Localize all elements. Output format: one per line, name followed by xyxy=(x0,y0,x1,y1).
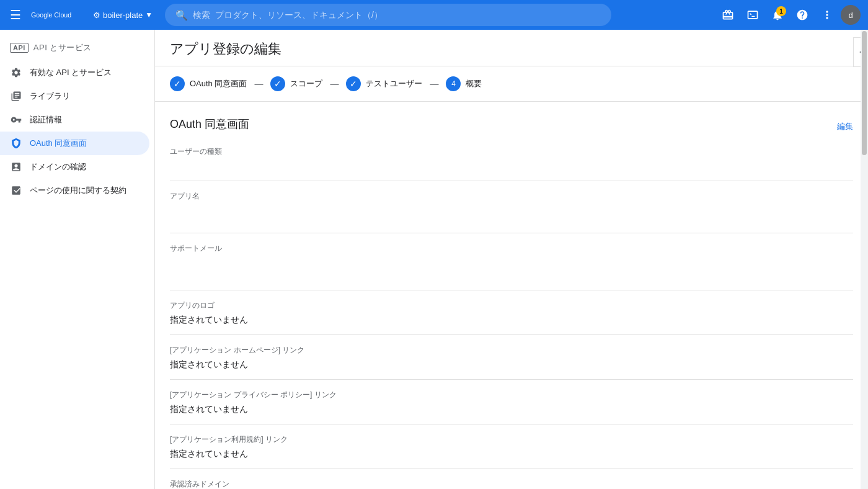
step-4-number: 4 xyxy=(446,76,461,91)
field-homepage-link: [アプリケーション ホームページ] リンク 指定されていません xyxy=(170,345,853,372)
divider-1 xyxy=(170,181,853,181)
step-divider-1: — xyxy=(254,79,263,89)
search-icon: 🔍 xyxy=(175,9,188,21)
svg-text:Google Cloud: Google Cloud xyxy=(31,11,71,19)
sidebar-item-library[interactable]: ライブラリ xyxy=(0,84,149,108)
field-label-user-type: ユーザーの種類 xyxy=(170,146,853,157)
section-title: OAuth 同意画面 xyxy=(170,117,249,132)
sidebar-item-domain-verify[interactable]: ドメインの確認 xyxy=(0,155,149,179)
divider-3 xyxy=(170,290,853,290)
credentials-icon xyxy=(10,114,22,125)
google-cloud-logo: Google Cloud xyxy=(31,7,81,22)
sidebar-item-label-library: ライブラリ xyxy=(30,91,70,102)
page-title: アプリ登録の編集 xyxy=(170,40,853,58)
field-app-logo: アプリのロゴ 指定されていません xyxy=(170,300,853,327)
divider-5 xyxy=(170,379,853,380)
field-value-support-email xyxy=(170,258,853,270)
main-layout: API API とサービス 有効な API とサービス ライブラリ 認証情報 xyxy=(0,30,868,489)
sidebar-item-effective-api[interactable]: 有効な API とサービス xyxy=(0,61,149,84)
step-2: ✓ スコープ xyxy=(270,76,322,91)
menu-icon[interactable]: ☰ xyxy=(7,5,24,25)
page-usage-icon xyxy=(10,185,22,196)
help-icon-button[interactable] xyxy=(791,4,813,26)
field-privacy-link: [アプリケーション プライバシー ポリシー] リンク 指定されていません xyxy=(170,390,853,416)
step-1-check: ✓ xyxy=(170,76,185,91)
step-divider-3: — xyxy=(430,79,438,89)
field-label-support-email: サポートメール xyxy=(170,243,853,254)
project-name: boiler-plate xyxy=(103,11,143,20)
chevron-down-icon: ▼ xyxy=(145,11,153,19)
sidebar-item-oauth-consent[interactable]: OAuth 同意画面 xyxy=(0,132,149,155)
nav-right-icons: 1 d xyxy=(717,4,861,26)
field-value-privacy-link: 指定されていません xyxy=(170,404,853,416)
step-4-label: 概要 xyxy=(466,78,482,89)
step-3-check: ✓ xyxy=(346,76,361,91)
divider-4 xyxy=(170,334,853,335)
library-icon xyxy=(10,91,22,102)
field-value-terms-link: 指定されていません xyxy=(170,449,853,461)
step-divider-2: — xyxy=(330,79,339,89)
sidebar-item-label-domain-verify: ドメインの確認 xyxy=(30,161,86,173)
field-label-terms-link: [アプリケーション利用規約] リンク xyxy=(170,434,853,445)
effective-api-icon xyxy=(10,67,22,78)
top-navigation: ☰ Google Cloud ⚙ boiler-plate ▼ 🔍 1 d xyxy=(0,0,868,30)
gift-icon-button[interactable] xyxy=(717,4,739,26)
content-area: OAuth 同意画面 編集 ユーザーの種類 アプリ名 サポートメール xyxy=(155,102,868,489)
scrollbar-thumb[interactable] xyxy=(862,31,867,155)
sidebar-section-title: API とサービス xyxy=(33,42,92,53)
step-3-label: テストユーザー xyxy=(366,78,422,89)
step-1-label: OAuth 同意画面 xyxy=(190,78,247,89)
sidebar-header: API API とサービス xyxy=(0,35,154,61)
project-selector[interactable]: ⚙ boiler-plate ▼ xyxy=(88,8,157,22)
sidebar-item-credentials[interactable]: 認証情報 xyxy=(0,108,149,132)
field-label-app-name: アプリ名 xyxy=(170,191,853,202)
user-avatar[interactable]: d xyxy=(841,5,861,25)
divider-6 xyxy=(170,424,853,424)
api-badge: API xyxy=(10,43,29,53)
field-value-app-logo: 指定されていません xyxy=(170,315,853,327)
field-authorized-domains: 承認済みドメイン 指定されていません xyxy=(170,479,853,489)
field-value-homepage-link: 指定されていません xyxy=(170,359,853,372)
step-2-check: ✓ xyxy=(270,76,285,91)
cloud-shell-icon-button[interactable] xyxy=(742,4,764,26)
google-logo-svg: Google Cloud xyxy=(31,7,81,22)
section-header-row: OAuth 同意画面 編集 xyxy=(170,117,853,137)
domain-verify-icon xyxy=(10,161,22,173)
search-bar[interactable]: 🔍 xyxy=(165,4,611,26)
step-3: ✓ テストユーザー xyxy=(346,76,422,91)
field-label-app-logo: アプリのロゴ xyxy=(170,300,853,311)
edit-link[interactable]: 編集 xyxy=(837,121,853,132)
sidebar-item-label-effective-api: 有効な API とサービス xyxy=(30,67,112,78)
stepper: ✓ OAuth 同意画面 — ✓ スコープ — ✓ テストユーザー — 4 概要 xyxy=(155,66,868,102)
field-app-name: アプリ名 xyxy=(170,191,853,225)
oauth-consent-icon xyxy=(10,138,22,149)
field-value-app-name xyxy=(170,205,853,218)
sidebar: API API とサービス 有効な API とサービス ライブラリ 認証情報 xyxy=(0,30,155,489)
divider-2 xyxy=(170,233,853,233)
field-support-email: サポートメール xyxy=(170,243,853,282)
sidebar-item-label-page-usage: ページの使用に関する契約 xyxy=(30,185,126,196)
field-label-homepage-link: [アプリケーション ホームページ] リンク xyxy=(170,345,853,356)
page-header: アプリ登録の編集 xyxy=(155,30,868,66)
search-input[interactable] xyxy=(193,10,601,20)
field-value-user-type xyxy=(170,161,853,173)
field-user-type: ユーザーの種類 xyxy=(170,146,853,173)
more-options-icon-button[interactable] xyxy=(816,4,838,26)
notification-badge: 1 xyxy=(776,6,786,16)
field-terms-link: [アプリケーション利用規約] リンク 指定されていません xyxy=(170,434,853,461)
sidebar-item-page-usage[interactable]: ページの使用に関する契約 xyxy=(0,179,149,202)
notification-icon-button[interactable]: 1 xyxy=(766,4,789,26)
step-4: 4 概要 xyxy=(446,76,482,91)
step-1: ✓ OAuth 同意画面 xyxy=(170,76,247,91)
scrollbar-track xyxy=(861,30,868,489)
field-label-privacy-link: [アプリケーション プライバシー ポリシー] リンク xyxy=(170,390,853,400)
step-2-label: スコープ xyxy=(290,78,322,89)
sidebar-item-label-credentials: 認証情報 xyxy=(30,114,62,125)
divider-7 xyxy=(170,469,853,469)
project-icon: ⚙ xyxy=(93,11,100,20)
sidebar-item-label-oauth-consent: OAuth 同意画面 xyxy=(30,138,87,149)
field-label-authorized-domains: 承認済みドメイン xyxy=(170,479,853,489)
main-content: アプリ登録の編集 ✓ OAuth 同意画面 — ✓ スコープ — ✓ テストユー… xyxy=(155,30,868,489)
